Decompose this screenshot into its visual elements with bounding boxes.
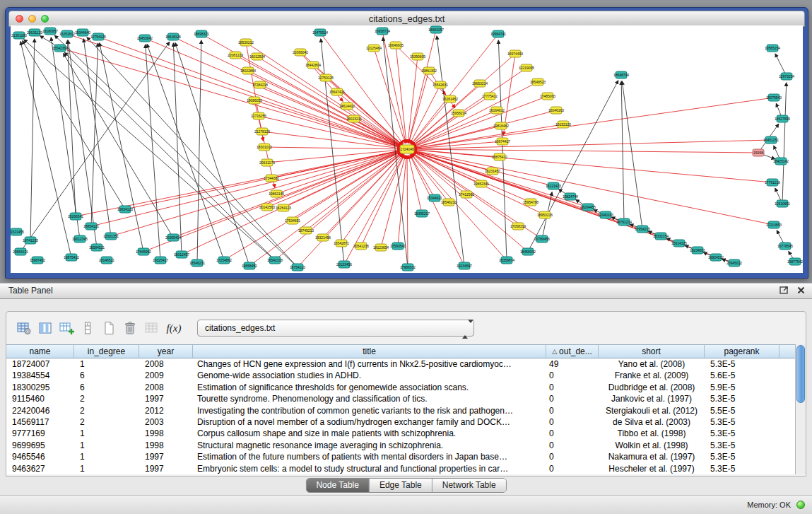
network-canvas[interactable]: 2135128020631123181809571625161219344640… xyxy=(11,25,803,273)
table-cell[interactable]: 2 xyxy=(74,405,139,416)
delete-button[interactable] xyxy=(119,317,141,339)
table-cell[interactable]: 0 xyxy=(546,405,599,416)
table-cell[interactable]: 5.6E-5 xyxy=(705,370,779,381)
table-cell[interactable]: 1 xyxy=(74,358,139,370)
table-cell[interactable]: 0 xyxy=(546,440,599,451)
table-cell[interactable]: Tibbo et al. (1998) xyxy=(599,428,705,439)
table-cell[interactable]: Embryonic stem cells: a model to study s… xyxy=(193,463,546,474)
table-cell[interactable]: 5.3E-5 xyxy=(705,358,779,370)
memory-ok-indicator[interactable] xyxy=(796,501,805,509)
show-columns-button[interactable] xyxy=(35,317,56,339)
table-cell[interactable]: 14569117 xyxy=(6,416,74,428)
table-cell[interactable]: Disruption of a novel member of a sodium… xyxy=(193,416,546,428)
table-cell[interactable]: Jankovic et al. (1997) xyxy=(599,393,705,404)
table-cell[interactable]: 2008 xyxy=(139,358,193,370)
table-cell[interactable]: 0 xyxy=(546,428,599,439)
table-cell[interactable]: Hescheler et al. (1997) xyxy=(599,463,705,474)
table-cell[interactable]: 0 xyxy=(546,416,599,428)
table-cell[interactable]: 19384554 xyxy=(6,370,74,381)
column-header-name[interactable]: name xyxy=(6,344,74,358)
table-cell[interactable]: 2012 xyxy=(139,405,193,416)
table-cell[interactable]: 49 xyxy=(546,358,599,370)
table-cell[interactable]: 9463627 xyxy=(6,463,74,474)
float-window-icon[interactable] xyxy=(779,286,789,294)
table-cell[interactable]: 5.3E-5 xyxy=(705,416,779,428)
table-cell[interactable]: 9777169 xyxy=(6,428,74,439)
table-cell[interactable]: Investigating the contribution of common… xyxy=(193,405,546,416)
table-row[interactable]: 1872400712008Changes of HCN gene express… xyxy=(6,358,795,370)
table-cell[interactable]: 0 xyxy=(546,451,599,462)
column-header-short[interactable]: short xyxy=(599,344,705,358)
table-row[interactable]: 2242004622012Investigating the contribut… xyxy=(6,405,795,416)
table-cell[interactable]: 5.3E-5 xyxy=(705,428,779,439)
table-cell[interactable]: 6 xyxy=(74,382,139,393)
table-cell[interactable]: Wolkin et al. (1998) xyxy=(599,440,705,451)
table-row[interactable]: 946554611997Estimation of the future num… xyxy=(6,451,795,462)
table-cell[interactable]: 1 xyxy=(74,440,139,451)
table-row[interactable]: 977716911998Corpus callosum shape and si… xyxy=(6,428,795,439)
new-document-button[interactable] xyxy=(98,317,119,339)
table-cell[interactable]: 0 xyxy=(546,463,599,474)
table-row[interactable]: 969969511998Structural magnetic resonanc… xyxy=(6,440,795,451)
table-row[interactable]: 1938455462009Genome-wide association stu… xyxy=(6,370,795,381)
table-cell[interactable]: 0 xyxy=(546,393,599,404)
column-header-pagerank[interactable]: pagerank xyxy=(705,344,779,358)
table-cell[interactable]: 9465546 xyxy=(6,451,74,462)
table-cell[interactable]: 1997 xyxy=(139,463,193,474)
table-row[interactable]: 946362711997Embryonic stem cells: a mode… xyxy=(6,463,795,474)
table-row[interactable]: 1830029562008Estimation of significance … xyxy=(6,382,795,393)
tab-network-table[interactable]: Network Table xyxy=(432,479,506,492)
table-cell[interactable]: Estimation of the future numbers of pati… xyxy=(193,451,546,462)
close-icon[interactable] xyxy=(797,286,805,294)
table-cell[interactable]: 6 xyxy=(74,370,139,381)
table-cell[interactable]: Changes of HCN gene expression and I(f) … xyxy=(193,358,546,370)
network-window[interactable]: citations_edges.txt 21351280206311231818… xyxy=(5,7,808,279)
column-header-title[interactable]: title xyxy=(193,344,546,358)
table-cell[interactable]: 2 xyxy=(74,416,139,428)
scrollbar-thumb[interactable] xyxy=(796,345,805,403)
table-cell[interactable]: 0 xyxy=(546,382,599,393)
table-cell[interactable]: 1997 xyxy=(139,451,193,462)
table-cell[interactable]: 0 xyxy=(546,370,599,381)
table-cell[interactable]: 5.5E-5 xyxy=(705,405,779,416)
table-cell[interactable]: 5.3E-5 xyxy=(705,393,779,404)
table-cell[interactable]: 2009 xyxy=(139,370,193,381)
table-cell[interactable]: 9699695 xyxy=(6,440,74,451)
tab-node-table[interactable]: Node Table xyxy=(306,479,369,492)
column-header-year[interactable]: year xyxy=(139,344,193,358)
table-cell[interactable]: 18724007 xyxy=(6,358,74,370)
table-cell[interactable]: Yano et al. (2008) xyxy=(599,358,705,370)
table-cell[interactable]: 1998 xyxy=(139,440,193,451)
create-column-button[interactable] xyxy=(56,317,77,339)
tab-edge-table[interactable]: Edge Table xyxy=(369,479,432,492)
table-cell[interactable]: 5.9E-5 xyxy=(705,382,779,393)
table-cell[interactable]: Stergiakouli et al. (2012) xyxy=(599,405,705,416)
table-mode-button[interactable] xyxy=(13,317,35,339)
table-cell[interactable]: 22420046 xyxy=(6,405,74,416)
function-builder-button[interactable]: f(x) xyxy=(162,319,186,337)
table-cell[interactable]: Corpus callosum shape and size in male p… xyxy=(193,428,546,439)
vertical-scrollbar[interactable] xyxy=(795,344,806,474)
table-cell[interactable]: Dudbridge et al. (2008) xyxy=(599,382,705,393)
table-cell[interactable]: 9115460 xyxy=(6,393,74,404)
table-cell[interactable]: 1997 xyxy=(139,393,193,404)
table-selector-dropdown[interactable]: citations_edges.txt xyxy=(197,320,474,337)
network-window-titlebar[interactable]: citations_edges.txt xyxy=(8,11,805,27)
table-cell[interactable]: 1 xyxy=(74,428,139,439)
table-panel-header[interactable]: Table Panel xyxy=(0,283,812,299)
table-cell[interactable]: 5.3E-5 xyxy=(705,463,779,474)
table-cell[interactable]: 18300295 xyxy=(6,382,74,393)
table-cell[interactable]: 5.3E-5 xyxy=(705,451,779,462)
table-row[interactable]: 1456911722003Disruption of a novel membe… xyxy=(6,416,795,428)
citation-network-graph[interactable]: 2135128020631123181809571625161219344640… xyxy=(11,25,803,273)
table-cell[interactable]: 2003 xyxy=(139,416,193,428)
column-header-in_degree[interactable]: in_degree xyxy=(74,344,139,358)
table-cell[interactable]: Genome-wide association studies in ADHD. xyxy=(193,370,546,381)
table-cell[interactable]: 1 xyxy=(74,451,139,462)
table-cell[interactable]: 2 xyxy=(74,393,139,404)
table-cell[interactable]: 1998 xyxy=(139,428,193,439)
table-cell[interactable]: Estimation of significance thresholds fo… xyxy=(193,382,546,393)
table-row[interactable]: 911546021997Tourette syndrome. Phenomeno… xyxy=(6,393,795,404)
table-cell[interactable]: 5.3E-5 xyxy=(705,440,779,451)
table-cell[interactable]: de Silva et al. (2003) xyxy=(599,416,705,428)
